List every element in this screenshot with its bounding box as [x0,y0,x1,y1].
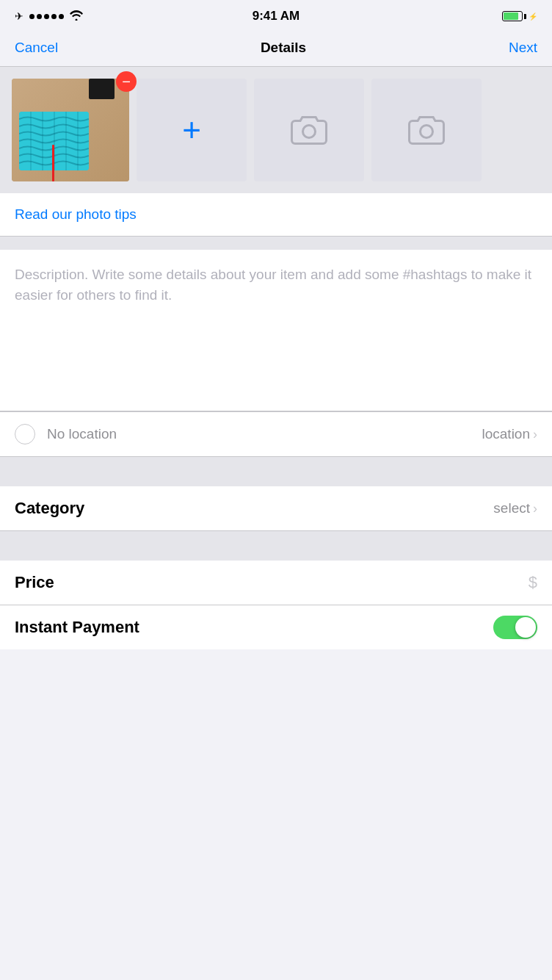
category-section: Category select › [0,486,552,531]
page-title: Details [261,40,306,56]
battery-tip [524,14,526,19]
battery-body [502,11,523,21]
instant-payment-toggle[interactable] [493,616,537,639]
photos-section: − + [0,67,552,193]
add-photo-button[interactable]: + [137,79,247,181]
status-time: 9:41 AM [253,9,300,24]
camera-icon-1 [291,114,327,146]
instant-payment-row: Instant Payment [15,605,537,649]
category-label: Category [15,499,84,518]
location-label: location [482,426,531,442]
photo-item-1: − [12,79,129,181]
battery: ⚡ [502,11,537,21]
toggle-track [493,616,537,639]
price-label: Price [15,573,54,592]
category-chevron-icon: › [533,501,537,516]
signal-dot-3 [44,14,49,19]
price-section: Price $ [0,561,552,605]
status-bar: ✈ 9:41 AM ⚡ [0,0,552,32]
signal-dot-4 [51,14,57,19]
description-placeholder: Description. Write some details about yo… [15,264,537,305]
category-select-label: select [493,500,530,516]
location-row[interactable]: No location location › [15,412,537,456]
photo-row: − + [12,79,540,181]
price-row[interactable]: Price $ [15,561,537,605]
signal-dots [29,14,64,19]
photo-placeholder-1 [254,79,364,181]
category-right[interactable]: select › [493,500,537,516]
status-left: ✈ [15,10,83,23]
no-location-label: No location [47,426,471,442]
price-currency-icon: $ [529,573,537,592]
photo-placeholder-2 [371,79,482,181]
location-chevron-icon: › [533,427,537,442]
photo-thumbnail [12,79,129,181]
signal-dot-5 [59,14,64,19]
remove-photo-button[interactable]: − [116,71,137,92]
location-right[interactable]: location › [482,426,538,442]
instant-payment-label: Instant Payment [15,618,139,637]
airplane-icon: ✈ [15,10,23,22]
description-section[interactable]: Description. Write some details about yo… [0,250,552,411]
photo-tips-section: Read our photo tips [0,193,552,237]
gray-spacer-1 [0,237,552,250]
signal-dot-2 [37,14,42,19]
nav-bar: Cancel Details Next [0,32,552,67]
plus-icon: + [182,114,201,146]
location-section: No location location › [0,412,552,457]
signal-dot-1 [29,14,34,19]
camera-icon-2 [408,114,445,146]
status-right: ⚡ [502,11,537,21]
instant-payment-section: Instant Payment [0,605,552,649]
photo-bg [12,79,129,181]
cancel-button[interactable]: Cancel [15,40,58,56]
battery-fill [504,12,518,20]
toggle-thumb [515,617,536,638]
hand-item [89,79,115,99]
next-button[interactable]: Next [509,40,537,56]
section-separator-2 [0,531,552,561]
photo-tips-link[interactable]: Read our photo tips [15,206,137,222]
red-string [52,145,54,181]
location-toggle-circle[interactable] [15,424,35,444]
section-separator-1 [0,457,552,486]
category-row[interactable]: Category select › [15,486,537,530]
battery-bolt-icon: ⚡ [529,12,537,21]
wifi-icon [70,10,83,23]
